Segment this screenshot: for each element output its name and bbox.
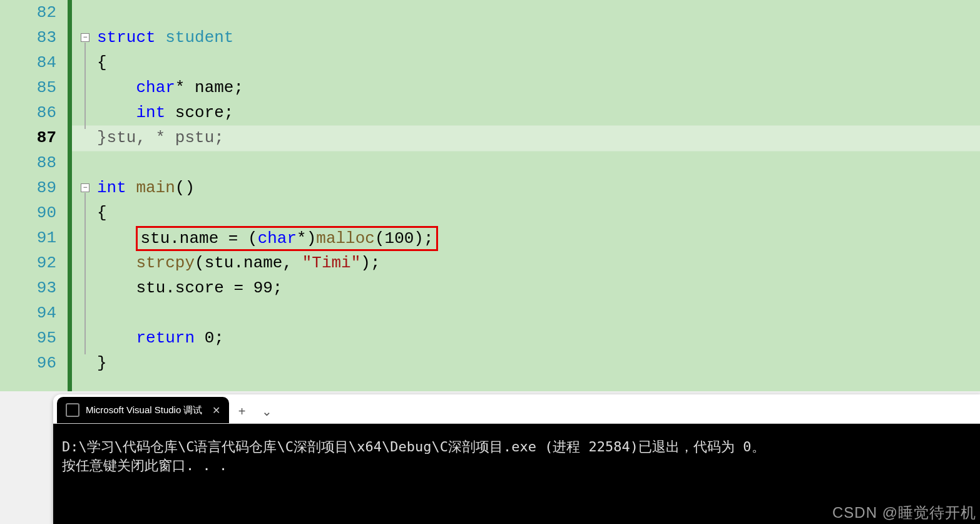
code-line: int score; bbox=[72, 100, 980, 125]
line-number-gutter: 82 83 84 85 86 87 88 89 90 91 92 93 94 9… bbox=[0, 0, 68, 391]
line-number: 85 bbox=[0, 75, 56, 100]
close-icon[interactable]: ✕ bbox=[212, 404, 220, 416]
code-line: int main() bbox=[72, 175, 980, 200]
line-number: 92 bbox=[0, 250, 56, 275]
line-number: 87 bbox=[0, 125, 56, 150]
terminal-tab-bar: Microsoft Visual Studio 调试 ✕ + ⌄ bbox=[53, 394, 980, 424]
current-line-highlight bbox=[72, 125, 980, 152]
code-line: char* name; bbox=[72, 75, 980, 100]
code-line: } bbox=[72, 351, 980, 376]
chevron-down-icon: ⌄ bbox=[262, 404, 272, 419]
code-line: { bbox=[72, 50, 980, 75]
code-area[interactable]: − − struct student { char* name; int sco… bbox=[72, 0, 980, 391]
line-number: 84 bbox=[0, 50, 56, 75]
terminal-output[interactable]: D:\学习\代码仓库\C语言代码仓库\C深剖项目\x64\Debug\C深剖项目… bbox=[53, 424, 980, 524]
line-number: 95 bbox=[0, 326, 56, 351]
line-number: 82 bbox=[0, 0, 56, 25]
line-number: 91 bbox=[0, 225, 56, 250]
terminal-line: D:\学习\代码仓库\C语言代码仓库\C深剖项目\x64\Debug\C深剖项目… bbox=[62, 438, 971, 456]
code-line: struct student bbox=[72, 25, 980, 50]
fold-guide-line bbox=[84, 43, 86, 129]
code-line bbox=[72, 301, 980, 326]
highlighted-code-box: stu.name = (char*)malloc(100); bbox=[136, 226, 437, 251]
code-line bbox=[72, 150, 980, 175]
terminal-line: 按任意键关闭此窗口. . . bbox=[62, 456, 971, 475]
terminal-tab[interactable]: Microsoft Visual Studio 调试 ✕ bbox=[57, 397, 229, 423]
line-number: 94 bbox=[0, 301, 56, 326]
code-line bbox=[72, 0, 980, 25]
new-tab-button[interactable]: + bbox=[229, 399, 254, 423]
fold-toggle-icon[interactable]: − bbox=[81, 183, 89, 192]
code-line: { bbox=[72, 200, 980, 225]
line-number: 88 bbox=[0, 150, 56, 175]
terminal-window: Microsoft Visual Studio 调试 ✕ + ⌄ D:\学习\代… bbox=[53, 394, 980, 524]
terminal-icon bbox=[66, 403, 79, 417]
line-number: 86 bbox=[0, 100, 56, 125]
tab-dropdown-button[interactable]: ⌄ bbox=[254, 399, 279, 423]
code-editor[interactable]: 82 83 84 85 86 87 88 89 90 91 92 93 94 9… bbox=[0, 0, 980, 391]
line-number: 83 bbox=[0, 25, 56, 50]
line-number: 96 bbox=[0, 351, 56, 376]
code-line: strcpy(stu.name, "Timi"); bbox=[72, 250, 980, 275]
line-number: 93 bbox=[0, 275, 56, 301]
line-number: 89 bbox=[0, 175, 56, 200]
code-line: stu.name = (char*)malloc(100); bbox=[72, 225, 980, 250]
change-margin bbox=[68, 0, 72, 391]
code-line: return 0; bbox=[72, 326, 980, 351]
code-line: stu.score = 99; bbox=[72, 275, 980, 301]
terminal-tab-title: Microsoft Visual Studio 调试 bbox=[86, 404, 202, 416]
line-number: 90 bbox=[0, 200, 56, 225]
fold-guide-line bbox=[84, 193, 86, 354]
fold-toggle-icon[interactable]: − bbox=[81, 33, 89, 42]
